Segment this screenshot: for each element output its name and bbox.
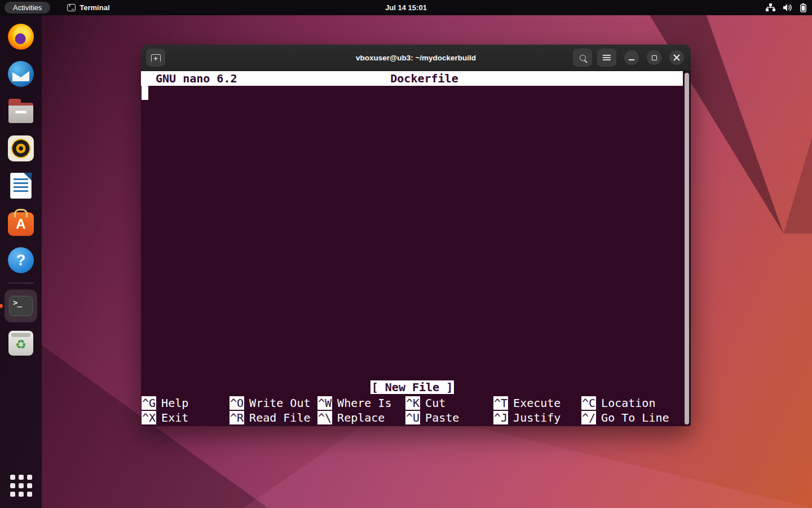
nano-shortcut-row-2: ^XExit ^RRead File ^\Replace ^UPaste ^JJ…: [142, 410, 683, 425]
shortcut-label: Exit: [161, 411, 188, 424]
shortcut-label: Help: [161, 396, 188, 410]
close-icon: [673, 54, 680, 61]
maximize-icon: [652, 55, 657, 60]
shortcut-key: ^J: [493, 411, 508, 424]
dock-item-files[interactable]: [3, 93, 39, 129]
desktop: Activities Terminal Jul 14 15:01: [0, 0, 812, 508]
terminal-mini-icon: [67, 4, 76, 11]
nano-status-badge: [ New File ]: [370, 380, 454, 394]
window-title: vboxuser@ub3: ~/mydockerbuild: [356, 54, 476, 62]
shortcut-key: ^U: [405, 411, 420, 424]
terminal-window: vboxuser@ub3: ~/mydockerbuild: [141, 45, 691, 426]
dock-item-libreoffice-writer[interactable]: [3, 168, 39, 204]
new-tab-button[interactable]: [146, 49, 165, 67]
dock-item-app-grid[interactable]: [3, 467, 39, 503]
close-button[interactable]: [669, 50, 684, 65]
shortcut-key: ^/: [581, 411, 596, 424]
files-icon: [8, 103, 33, 123]
dock-item-thunderbird[interactable]: [3, 56, 39, 92]
nano-status-line: [ New File ]: [142, 380, 683, 395]
search-button[interactable]: [573, 49, 592, 67]
app-grid-icon: [10, 475, 32, 497]
dock-item-ubuntu-software[interactable]: A: [3, 205, 39, 241]
shortcut-key: ^T: [493, 396, 508, 410]
shortcut-label: Replace: [337, 411, 385, 424]
top-bar: Activities Terminal Jul 14 15:01: [0, 0, 812, 15]
terminal-running-indicator: [0, 304, 3, 308]
nano-shortcut-row-1: ^GHelp ^OWrite Out ^WWhere Is ^KCut ^TEx…: [142, 396, 683, 410]
libreoffice-writer-icon: [10, 173, 32, 199]
dock-item-help[interactable]: ?: [3, 242, 39, 278]
focused-app-indicator[interactable]: Terminal: [67, 3, 109, 12]
volume-icon: [783, 3, 793, 12]
maximize-button[interactable]: [647, 50, 661, 65]
shortcut-label: Where Is: [337, 396, 391, 410]
clock[interactable]: Jul 14 15:01: [385, 3, 427, 12]
shortcut-key: ^\: [317, 411, 332, 424]
dock-separator: [8, 283, 34, 283]
network-icon: [766, 3, 775, 12]
help-icon: ?: [8, 247, 34, 273]
thunderbird-icon: [8, 61, 34, 87]
battery-icon: [800, 3, 806, 12]
shortcut-label: Read File: [249, 411, 310, 424]
nano-filename: Dockerfile: [390, 71, 458, 86]
system-tray[interactable]: [766, 0, 806, 15]
shortcut-key: ^O: [230, 396, 244, 410]
shortcut-key: ^X: [142, 411, 156, 424]
window-headerbar[interactable]: vboxuser@ub3: ~/mydockerbuild: [141, 45, 691, 71]
shortcut-key: ^G: [142, 396, 156, 410]
shortcut-label: Go To Line: [601, 411, 669, 424]
dock-item-trash[interactable]: ♻: [3, 325, 39, 361]
focused-app-label: Terminal: [80, 3, 109, 12]
activities-button[interactable]: Activities: [5, 2, 50, 14]
shortcut-label: Location: [601, 396, 655, 410]
shortcut-key: ^C: [581, 396, 596, 410]
shortcut-key: ^K: [405, 396, 420, 410]
shortcut-key: ^W: [317, 396, 332, 410]
search-icon: [580, 55, 586, 61]
nano-version-label: GNU nano 6.2: [156, 71, 237, 86]
rhythmbox-icon: [8, 135, 34, 161]
shortcut-label: Paste: [425, 411, 459, 424]
shortcut-label: Execute: [513, 396, 561, 410]
dock-item-rhythmbox[interactable]: [3, 130, 39, 167]
shortcut-label: Write Out: [249, 396, 310, 410]
hamburger-menu-icon: [603, 55, 611, 60]
nano-bottom-bars: [ New File ] ^GHelp ^OWrite Out ^WWhere …: [142, 380, 683, 425]
nano-title-bar: GNU nano 6.2 Dockerfile: [141, 71, 683, 86]
terminal-icon: [9, 296, 33, 316]
dock-item-terminal[interactable]: [3, 288, 39, 324]
minimize-icon: [629, 59, 634, 60]
firefox-icon: [8, 24, 34, 50]
nano-editor-area[interactable]: GNU nano 6.2 Dockerfile [ New File ] ^GH…: [141, 71, 691, 426]
shortcut-label: Justify: [513, 411, 561, 424]
shortcut-label: Cut: [425, 396, 445, 410]
trash-icon: ♻: [8, 331, 33, 356]
ubuntu-software-icon: A: [8, 212, 34, 236]
text-cursor: [142, 86, 148, 100]
menu-button[interactable]: [597, 49, 616, 67]
dock-item-firefox[interactable]: [3, 19, 39, 55]
shortcut-key: ^R: [230, 411, 244, 424]
minimize-button[interactable]: [624, 50, 639, 65]
dock: A ? ♻: [0, 15, 42, 508]
terminal-scrollbar[interactable]: [685, 73, 689, 424]
new-tab-icon: [151, 54, 161, 62]
